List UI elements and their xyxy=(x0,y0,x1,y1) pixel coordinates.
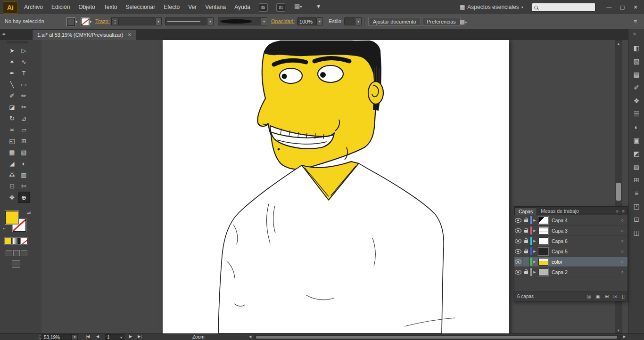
gradient-panel-icon[interactable]: ◐ xyxy=(628,121,644,134)
width-tool[interactable]: ≍ xyxy=(6,124,18,135)
layer-name[interactable]: Capa 5 xyxy=(549,249,568,254)
perspective-grid-tool[interactable]: ⊞ xyxy=(18,135,30,146)
type-tool[interactable]: T xyxy=(18,67,30,79)
zoom-level-field[interactable]: 53,19% xyxy=(41,334,72,340)
color-panel-icon[interactable]: ◧ xyxy=(628,41,644,55)
visibility-eye-icon[interactable] xyxy=(514,246,522,256)
target-circle-icon[interactable]: ○ xyxy=(621,249,624,254)
menu-seleccionar[interactable]: Seleccionar xyxy=(121,0,159,14)
expand-arrow-icon[interactable]: ▶ xyxy=(532,257,537,267)
fit-document-button[interactable]: Ajustar documento xyxy=(368,17,421,26)
appearance-panel-icon[interactable]: ◩ xyxy=(628,147,644,160)
menu-objeto[interactable]: Objeto xyxy=(74,0,99,14)
previous-artboard-icon[interactable]: ◀ xyxy=(96,334,99,339)
visibility-eye-icon[interactable] xyxy=(514,215,522,225)
stock-icon[interactable]: St xyxy=(276,3,285,12)
scroll-up-icon[interactable]: ▲ xyxy=(615,40,622,46)
visibility-eye-icon[interactable] xyxy=(514,257,522,267)
restore-button[interactable]: ▢ xyxy=(616,2,629,12)
brush-definition-combo[interactable] xyxy=(218,17,261,25)
stroke-panel-icon[interactable]: ☰ xyxy=(628,107,644,121)
arrange-documents-icon[interactable]: ▦▾ xyxy=(294,2,302,9)
scroll-right-icon[interactable]: ▶ xyxy=(623,335,626,339)
layer-row-capa4[interactable]: ▶ Capa 4 ○ xyxy=(514,215,627,226)
default-fill-stroke-icon[interactable]: ▪▫ xyxy=(3,227,6,231)
symbols-panel-icon[interactable]: ❖ xyxy=(628,94,644,107)
expand-panels-icon[interactable]: « xyxy=(633,31,636,36)
lock-icon[interactable] xyxy=(522,246,530,256)
visibility-eye-icon[interactable] xyxy=(514,236,522,246)
layer-row-color[interactable]: ▶ color ○ xyxy=(514,257,627,267)
magic-wand-tool[interactable]: ✶ xyxy=(6,56,18,67)
expand-arrow-icon[interactable]: ▶ xyxy=(532,267,537,277)
stroke-label[interactable]: Trazo: xyxy=(95,18,110,24)
lock-icon[interactable] xyxy=(522,215,530,225)
artboard-number-field[interactable]: 1▾ xyxy=(105,334,124,340)
stroke-width-stepper[interactable]: ▴▾ xyxy=(111,17,119,25)
scroll-down-icon[interactable]: ▼ xyxy=(615,327,622,333)
width-profile-dropdown[interactable]: ▾ xyxy=(207,17,214,25)
info-panel-icon[interactable]: ◫ xyxy=(628,226,644,239)
close-button[interactable]: ✕ xyxy=(629,2,642,12)
layer-name[interactable]: color xyxy=(549,259,562,265)
collapse-panel-icon[interactable]: » xyxy=(616,209,619,214)
chevron-down-icon[interactable]: ▾ xyxy=(75,20,77,24)
expand-arrow-icon[interactable]: ▶ xyxy=(532,215,537,225)
fill-color-swatch[interactable] xyxy=(67,18,75,26)
draw-inside-icon[interactable] xyxy=(21,250,27,256)
draw-behind-icon[interactable] xyxy=(13,250,20,256)
expand-arrow-icon[interactable]: ▶ xyxy=(532,236,537,246)
preferences-button[interactable]: Preferencias xyxy=(422,17,461,26)
horizontal-scrollbar[interactable] xyxy=(255,335,621,340)
control-panel-menu-icon[interactable]: ≡ xyxy=(634,18,637,25)
stroke-color-swatch[interactable] xyxy=(81,18,89,26)
blend-tool[interactable]: ◐ xyxy=(18,158,30,169)
menu-ver[interactable]: Ver xyxy=(184,0,201,14)
lasso-tool[interactable]: ∿ xyxy=(18,56,30,67)
shape-builder-tool[interactable]: ◱ xyxy=(6,135,18,146)
style-dropdown[interactable]: ▾ xyxy=(355,17,362,25)
symbol-sprayer-tool[interactable]: ⁂ xyxy=(6,169,18,180)
horizontal-scroll-thumb[interactable] xyxy=(256,336,617,339)
target-circle-icon[interactable]: ○ xyxy=(621,239,624,243)
menu-edicion[interactable]: Edición xyxy=(47,0,74,14)
rotate-tool[interactable]: ↻ xyxy=(6,113,18,124)
direct-selection-tool[interactable]: ▷ xyxy=(18,45,30,56)
make-clipping-mask-icon[interactable]: ▣ xyxy=(595,293,600,300)
width-profile-combo[interactable] xyxy=(165,17,207,25)
visibility-eye-icon[interactable] xyxy=(514,267,522,277)
delete-layer-icon[interactable]: ▯ xyxy=(622,293,625,300)
mesh-tool[interactable]: ▦ xyxy=(6,146,18,158)
brushes-panel-icon[interactable]: ✐ xyxy=(628,81,644,94)
pen-tool[interactable]: ✒ xyxy=(6,67,18,79)
slice-tool[interactable]: ✄ xyxy=(18,180,30,192)
artboards-panel-icon[interactable]: ⊞ xyxy=(628,173,644,186)
brush-definition-dropdown[interactable]: ▾ xyxy=(261,17,267,25)
target-circle-icon[interactable]: ○ xyxy=(621,218,624,223)
layer-name[interactable]: Capa 2 xyxy=(549,269,568,275)
expand-arrow-icon[interactable]: ▶ xyxy=(532,226,537,235)
align-panel-icon[interactable]: ≡ xyxy=(628,186,644,200)
panel-menu-icon[interactable]: ≡ xyxy=(622,209,625,214)
opacity-field[interactable]: 100% xyxy=(297,17,317,25)
color-mode-button[interactable] xyxy=(5,238,12,244)
transparency-panel-icon[interactable]: ▣ xyxy=(628,134,644,147)
layer-row-capa6[interactable]: ▶ Capa 6 ○ xyxy=(514,236,627,246)
stroke-width-field[interactable] xyxy=(119,17,156,25)
layer-row-capa3[interactable]: ▶ Capa 3 ○ xyxy=(514,226,627,236)
eraser-tool[interactable]: ◪ xyxy=(6,101,18,113)
lock-slot-empty[interactable] xyxy=(522,257,530,267)
graphic-styles-panel-icon[interactable]: ▨ xyxy=(628,160,644,173)
fill-color-indicator[interactable] xyxy=(5,211,18,224)
eyedropper-tool[interactable]: ◢ xyxy=(6,158,18,169)
new-layer-icon[interactable]: ⊡ xyxy=(613,293,618,300)
locate-object-icon[interactable]: ◎ xyxy=(586,293,591,300)
bridge-icon[interactable]: Br xyxy=(259,3,268,12)
pathfinder-panel-icon[interactable]: ◰ xyxy=(628,200,644,213)
lock-icon[interactable] xyxy=(522,236,530,246)
layer-row-capa5[interactable]: ▶ Capa 5 ○ xyxy=(514,246,627,257)
menu-efecto[interactable]: Efecto xyxy=(159,0,184,14)
layer-name[interactable]: Capa 4 xyxy=(549,218,568,223)
menu-ventana[interactable]: Ventana xyxy=(201,0,230,14)
expand-arrow-icon[interactable]: ▶ xyxy=(532,246,537,256)
